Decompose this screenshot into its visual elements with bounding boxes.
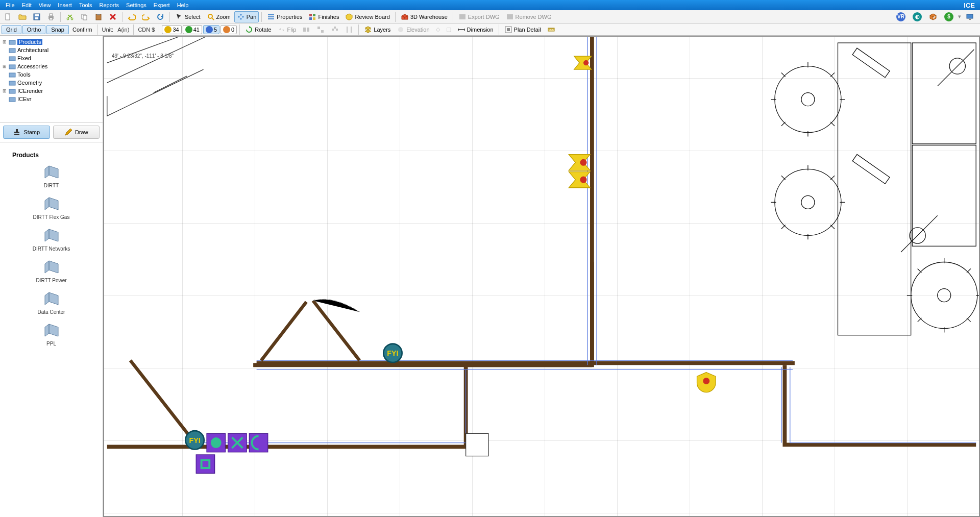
tree-fixed[interactable]: Fixed xyxy=(1,54,102,62)
redo-button[interactable] xyxy=(139,11,153,22)
tree-accessories[interactable]: ⊞Accessories xyxy=(1,62,102,70)
save-button[interactable] xyxy=(30,11,43,22)
svg-rect-26 xyxy=(307,28,309,32)
draw-button[interactable]: Draw xyxy=(53,126,100,139)
tree-products[interactable]: ⊞Products xyxy=(1,38,102,46)
menu-file[interactable]: File xyxy=(2,1,18,9)
sidebar: ⊞Products Architectural Fixed ⊞Accessori… xyxy=(0,36,103,517)
box-button[interactable] xyxy=(926,11,940,22)
plan-detail-button[interactable]: Plan Detail xyxy=(502,24,544,35)
elev-nav1[interactable]: ◇ xyxy=(433,24,443,35)
open-button[interactable] xyxy=(16,11,29,22)
svg-rect-41 xyxy=(9,89,15,93)
globe-button[interactable]: ◐ xyxy=(910,11,924,22)
rotate-button[interactable]: Rotate xyxy=(242,24,274,35)
flip-button[interactable]: Flip xyxy=(275,24,299,35)
delete-button[interactable] xyxy=(106,11,119,22)
dimension-button[interactable]: Dimension xyxy=(455,24,496,35)
palette-flex-gas[interactable]: DIRTT Flex Gas xyxy=(3,195,100,220)
print-button[interactable] xyxy=(44,11,58,22)
confirm-button[interactable]: Confirm xyxy=(70,24,95,35)
badge-blue[interactable]: 5 xyxy=(203,25,219,34)
menu-tools[interactable]: Tools xyxy=(76,1,96,9)
align2-button[interactable] xyxy=(314,24,327,35)
snap-toggle[interactable]: Snap xyxy=(46,25,69,34)
svg-rect-40 xyxy=(9,81,15,85)
3d-warehouse-button[interactable]: 3D Warehouse xyxy=(398,11,450,22)
align4-button[interactable] xyxy=(342,24,356,35)
menu-help[interactable]: Help xyxy=(174,1,192,9)
svg-point-69 xyxy=(938,289,951,302)
svg-rect-10 xyxy=(83,15,87,20)
refresh-button[interactable] xyxy=(154,11,167,22)
palette-panel: Products DIRTT DIRTT Flex Gas DIRTT Netw… xyxy=(0,142,103,517)
tree-icerender[interactable]: ⊞ICErender xyxy=(1,87,102,95)
svg-point-59 xyxy=(580,177,586,183)
align1-button[interactable] xyxy=(300,24,313,35)
menu-view[interactable]: View xyxy=(35,1,55,9)
stamp-draw-toggle: Stamp Draw xyxy=(0,122,103,142)
layers-button[interactable]: Layers xyxy=(361,24,393,35)
properties-button[interactable]: Properties xyxy=(264,11,305,22)
floorplan-drawing: FYI FYI xyxy=(104,36,979,516)
svg-rect-37 xyxy=(9,57,15,61)
elev-nav2[interactable]: ▢ xyxy=(444,24,454,35)
fyi-marker-2: FYI xyxy=(185,431,204,449)
remove-dwg-button[interactable]: Remove DWG xyxy=(503,11,554,22)
svg-rect-27 xyxy=(317,27,320,29)
grid-toggle[interactable]: Grid xyxy=(2,25,21,34)
stamp-button[interactable]: Stamp xyxy=(3,126,50,139)
svg-text:FYI: FYI xyxy=(189,436,200,445)
badge-orange[interactable]: 0 xyxy=(220,25,237,34)
tree-geometry[interactable]: Geometry xyxy=(1,79,102,87)
svg-point-13 xyxy=(208,14,212,18)
undo-button[interactable] xyxy=(125,11,138,22)
palette-ppl[interactable]: PPL xyxy=(3,322,100,347)
svg-text:FYI: FYI xyxy=(387,349,398,357)
new-button[interactable] xyxy=(2,11,15,22)
select-tool[interactable]: Select xyxy=(173,11,203,22)
palette-power[interactable]: DIRTT Power xyxy=(3,259,100,283)
menu-reports[interactable]: Reports xyxy=(96,1,123,9)
vr-button[interactable]: VR xyxy=(894,11,908,22)
currency-value[interactable]: CDN $ xyxy=(136,27,156,33)
ortho-toggle[interactable]: Ortho xyxy=(22,25,46,34)
menu-expert[interactable]: Expert xyxy=(150,1,174,9)
ruler-button[interactable] xyxy=(545,24,558,35)
pan-tool[interactable]: Pan xyxy=(234,11,259,22)
svg-rect-74 xyxy=(852,48,890,78)
palette-dirtt[interactable]: DIRTT xyxy=(3,164,100,188)
svg-rect-20 xyxy=(313,17,315,20)
tree-tools[interactable]: Tools xyxy=(1,70,102,79)
export-dwg-button[interactable]: Export DWG xyxy=(456,11,502,22)
svg-rect-61 xyxy=(838,43,911,335)
menu-settings[interactable]: Settings xyxy=(122,1,150,9)
align3-button[interactable] xyxy=(328,24,341,35)
tree-icevr[interactable]: ICEvr xyxy=(1,95,102,103)
svg-rect-5 xyxy=(50,14,53,16)
zoom-tool[interactable]: Zoom xyxy=(204,11,233,22)
copy-button[interactable] xyxy=(78,11,91,22)
screen-button[interactable] xyxy=(963,11,976,22)
canvas[interactable]: 49' - 9 23/32", -111' - 8 1/8" xyxy=(103,36,980,517)
app-brand: ICE xyxy=(964,2,978,9)
svg-rect-30 xyxy=(336,29,338,31)
badge-green[interactable]: 41 xyxy=(183,25,202,34)
elevation-button[interactable]: Elevation xyxy=(394,24,432,35)
finishes-button[interactable]: Finishes xyxy=(306,11,341,22)
palette-data-center[interactable]: Data Center xyxy=(3,290,100,315)
tree-architectural[interactable]: Architectural xyxy=(1,46,102,54)
menu-edit[interactable]: Edit xyxy=(18,1,35,9)
review-board-button[interactable]: Review Board xyxy=(342,11,392,22)
badge-yellow[interactable]: 34 xyxy=(162,25,181,34)
svg-rect-28 xyxy=(321,30,324,33)
menu-insert[interactable]: Insert xyxy=(54,1,76,9)
svg-rect-15 xyxy=(268,16,274,17)
paste-button[interactable] xyxy=(92,11,105,22)
svg-rect-62 xyxy=(912,43,976,144)
scissors-button[interactable] xyxy=(63,11,77,22)
svg-line-45 xyxy=(261,302,307,361)
money-button[interactable]: $ xyxy=(942,11,956,22)
unit-value[interactable]: A(in) xyxy=(116,27,131,33)
palette-networks[interactable]: DIRTT Networks xyxy=(3,227,100,252)
